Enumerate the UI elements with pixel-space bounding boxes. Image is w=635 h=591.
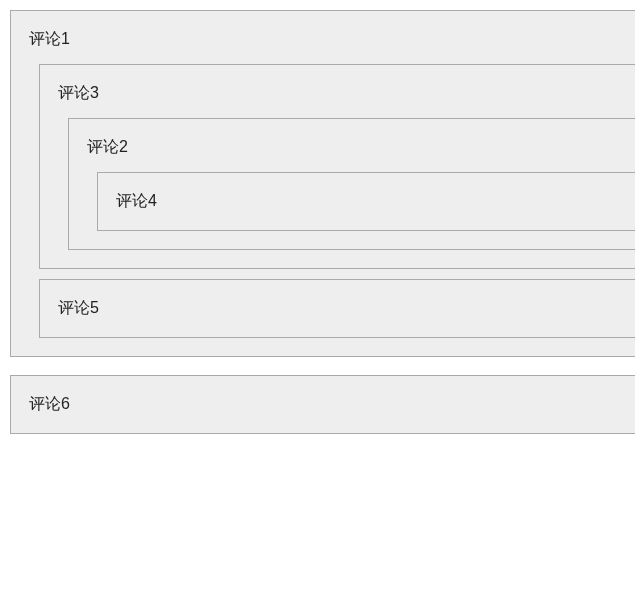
comment-label: 评论3 — [58, 83, 635, 104]
comment-6[interactable]: 评论6 — [10, 375, 635, 434]
comment-label: 评论6 — [29, 394, 635, 415]
comment-5[interactable]: 评论5 — [39, 279, 635, 338]
comment-2[interactable]: 评论2 评论4 — [68, 118, 635, 250]
comment-label: 评论1 — [29, 29, 635, 50]
comment-1[interactable]: 评论1 评论3 评论2 评论4 评论5 — [10, 10, 635, 357]
comment-label: 评论5 — [58, 298, 635, 319]
comment-4[interactable]: 评论4 — [97, 172, 635, 231]
comment-label: 评论2 — [87, 137, 635, 158]
comment-label: 评论4 — [116, 191, 635, 212]
comment-3[interactable]: 评论3 评论2 评论4 — [39, 64, 635, 269]
